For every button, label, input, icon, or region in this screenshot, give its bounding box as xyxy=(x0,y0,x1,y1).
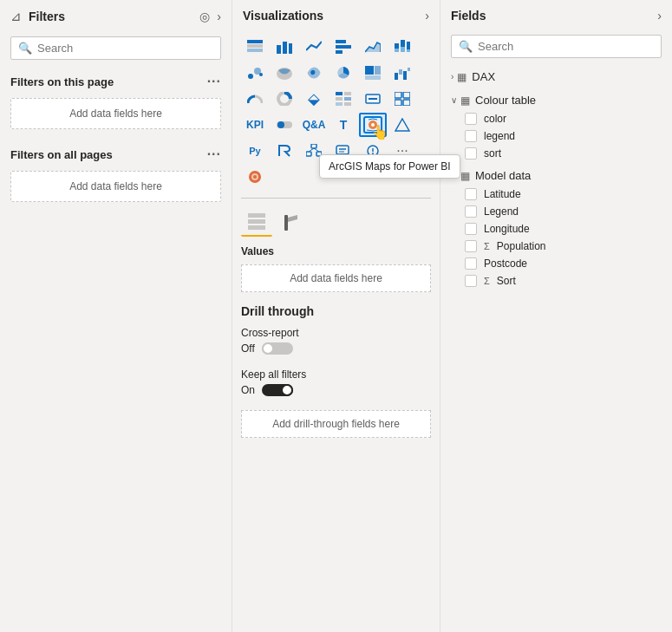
field-group-model-header[interactable]: ∨ ▦ Model data xyxy=(440,166,672,186)
filters-search-box[interactable]: 🔍 xyxy=(10,36,221,60)
filter-icon: ⊿ xyxy=(10,9,22,24)
field-item-sort[interactable]: Σ Sort xyxy=(440,272,672,290)
svg-rect-30 xyxy=(344,97,351,101)
svg-rect-48 xyxy=(306,152,311,156)
svg-rect-4 xyxy=(283,42,287,54)
viz-python-icon[interactable]: Py xyxy=(241,139,269,163)
values-label: Values xyxy=(232,242,440,261)
cross-report-off-label: Off xyxy=(241,342,255,355)
field-item-postcode[interactable]: Postcode xyxy=(440,255,672,272)
colour-group-name: Colour table xyxy=(475,94,536,107)
viz-hbar-icon[interactable] xyxy=(329,35,357,59)
viz-add-fields[interactable]: Add data fields here xyxy=(241,264,431,292)
dax-group-name: DAX xyxy=(472,70,495,83)
svg-rect-14 xyxy=(407,49,410,52)
viz-card-icon[interactable] xyxy=(359,87,387,111)
fields-search-box[interactable]: 🔍 xyxy=(451,35,662,58)
viz-scatter-icon[interactable] xyxy=(241,61,269,85)
cross-report-toggle-row: Off xyxy=(241,342,431,355)
svg-rect-29 xyxy=(336,97,343,101)
svg-rect-62 xyxy=(284,215,288,231)
field-item-legend-colour[interactable]: legend xyxy=(440,127,672,145)
latitude-checkbox[interactable] xyxy=(465,188,477,200)
viz-funnel-icon[interactable]: ⬙ xyxy=(300,87,328,111)
viz-kpi-icon[interactable]: KPI xyxy=(241,113,269,137)
viz-shape-icon[interactable] xyxy=(388,113,416,137)
filters-all-pages-drop[interactable]: Add data fields here xyxy=(10,171,221,202)
viz-textbox-icon[interactable]: T xyxy=(329,113,357,137)
color-checkbox[interactable] xyxy=(465,113,477,125)
filters-this-page-drop[interactable]: Add data fields here xyxy=(10,98,221,129)
svg-rect-5 xyxy=(289,43,292,54)
keep-filters-label: Keep all filters xyxy=(241,368,431,381)
viz-line-icon[interactable] xyxy=(300,35,328,59)
svg-rect-50 xyxy=(336,146,349,154)
field-item-population[interactable]: Σ Population xyxy=(440,238,672,255)
search-icon: 🔍 xyxy=(18,42,32,55)
viz-area-icon[interactable] xyxy=(359,35,387,59)
viz-expand-icon[interactable]: › xyxy=(425,9,429,23)
drill-cross-report: Cross-report Off xyxy=(232,323,440,365)
legend-checkbox[interactable] xyxy=(465,205,477,218)
eye-icon[interactable]: ◎ xyxy=(199,10,210,23)
field-item-color[interactable]: color xyxy=(440,110,672,127)
viz-gauge-icon[interactable] xyxy=(241,87,269,111)
legend-colour-checkbox[interactable] xyxy=(465,130,477,142)
keep-filters-thumb xyxy=(281,384,293,396)
svg-rect-12 xyxy=(401,47,405,52)
svg-rect-11 xyxy=(401,40,405,47)
viz-custom-icon[interactable] xyxy=(241,165,269,189)
field-item-latitude[interactable]: Latitude xyxy=(440,186,672,203)
viz-pie-icon[interactable] xyxy=(329,61,357,85)
filters-search-input[interactable] xyxy=(37,42,213,55)
svg-rect-32 xyxy=(344,102,351,106)
viz-arcgis-icon[interactable]: 👆 xyxy=(359,113,387,137)
svg-rect-20 xyxy=(375,66,381,75)
viz-multicard-icon[interactable] xyxy=(388,87,416,111)
fields-header: Fields › xyxy=(440,0,672,31)
keep-filters-toggle[interactable] xyxy=(262,384,293,396)
filters-all-pages-menu[interactable]: ··· xyxy=(207,147,221,162)
viz-tab-fields[interactable] xyxy=(241,209,272,237)
fields-title: Fields xyxy=(451,9,650,23)
population-checkbox[interactable] xyxy=(465,240,477,252)
filters-this-page-menu[interactable]: ··· xyxy=(207,74,221,89)
keep-filters-toggle-row: On xyxy=(241,384,431,396)
viz-waterfall-icon[interactable] xyxy=(388,61,416,85)
viz-table-icon[interactable] xyxy=(241,35,269,59)
viz-r-icon[interactable] xyxy=(271,139,298,163)
field-item-sort-colour[interactable]: sort xyxy=(440,145,672,162)
viz-matrix-icon[interactable] xyxy=(329,87,357,111)
sort-colour-checkbox[interactable] xyxy=(465,147,477,160)
viz-bar-icon[interactable] xyxy=(271,35,298,59)
sort-colour-field-name: sort xyxy=(484,147,501,160)
postcode-checkbox[interactable] xyxy=(465,257,477,270)
model-group-name: Model data xyxy=(475,169,531,182)
viz-treemap-icon[interactable] xyxy=(359,61,387,85)
expand-icon[interactable]: › xyxy=(217,10,221,23)
viz-map-icon[interactable] xyxy=(271,61,298,85)
field-item-longitude[interactable]: Longitude xyxy=(440,220,672,238)
viz-donut-icon[interactable] xyxy=(271,87,298,111)
cross-report-label: Cross-report xyxy=(241,327,431,339)
field-item-legend[interactable]: Legend xyxy=(440,203,672,220)
viz-stacked-bar-icon[interactable] xyxy=(388,35,416,59)
fields-search-input[interactable] xyxy=(478,40,654,53)
longitude-checkbox[interactable] xyxy=(465,223,477,235)
field-group-colour-header[interactable]: ∨ ▦ Colour table xyxy=(440,90,672,110)
viz-slicer-icon[interactable] xyxy=(271,113,298,137)
keep-filters-on-label: On xyxy=(241,384,255,396)
viz-filled-map-icon[interactable] xyxy=(300,61,328,85)
svg-rect-2 xyxy=(247,49,263,52)
cross-report-toggle[interactable] xyxy=(262,342,293,355)
field-group-dax-header[interactable]: › ▦ DAX xyxy=(440,67,672,87)
longitude-field-name: Longitude xyxy=(484,223,530,235)
drill-add-fields[interactable]: Add drill-through fields here xyxy=(241,410,431,438)
visualizations-panel: Visualizations › ⬙ KPI Q&A T xyxy=(232,0,440,632)
sort-checkbox[interactable] xyxy=(465,275,477,287)
svg-rect-19 xyxy=(365,66,374,75)
fields-expand-icon[interactable]: › xyxy=(657,9,662,23)
viz-qna-icon[interactable]: Q&A xyxy=(300,113,328,137)
viz-tab-format[interactable] xyxy=(276,209,307,237)
colour-chevron: ∨ xyxy=(451,95,457,105)
